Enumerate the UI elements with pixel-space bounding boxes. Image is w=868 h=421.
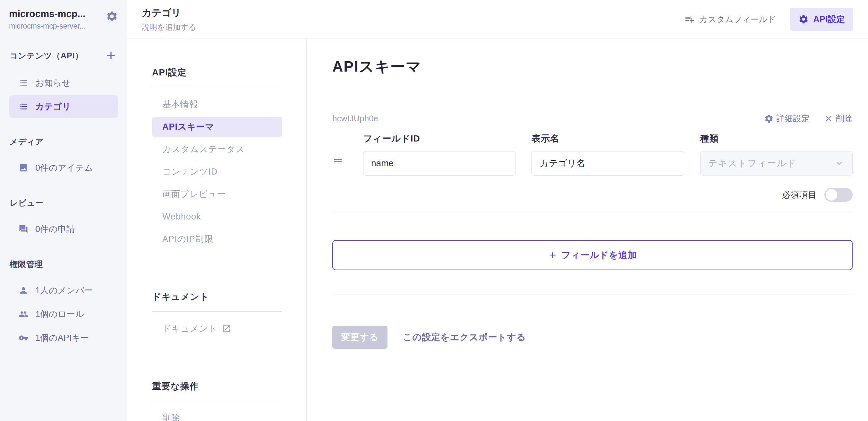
nav-item-webhook[interactable]: Webhook [152, 207, 282, 227]
nav-danger-list: 削除 [152, 408, 282, 421]
nav-item-screen-preview[interactable]: 画面プレビュー [152, 184, 282, 204]
divider [152, 311, 282, 311]
permission-label-row: 権限管理 [9, 259, 118, 270]
add-api-plus-icon[interactable] [104, 49, 117, 62]
field-type-select[interactable]: テキストフィールド [700, 151, 852, 176]
content-api-list: お知らせ カテゴリ [9, 71, 118, 118]
field-type-value: テキストフィールド [708, 157, 834, 170]
sidebar-item-label: 1個のAPIキー [35, 332, 89, 344]
topbar-title-block: カテゴリ 説明を追加する [142, 6, 196, 32]
divider [152, 401, 282, 401]
content-row: API設定 基本情報 APIスキーマ カスタムステータス コンテンツID 画面プ… [127, 39, 868, 421]
custom-field-button[interactable]: カスタムフィールド [684, 14, 776, 25]
nav-item-label: APIスキーマ [162, 121, 214, 132]
nav-item-documentation[interactable]: ドキュメント [152, 319, 282, 338]
required-row: 必須項目 [332, 188, 852, 202]
sidebar-item-label: カテゴリ [35, 101, 71, 112]
image-icon [19, 163, 28, 173]
nav-item-api-schema[interactable]: APIスキーマ [152, 117, 282, 137]
project-sidebar: microcms-mcp... microcms-mcp-server... コ… [0, 0, 127, 421]
nav-item-delete-api[interactable]: 削除 [152, 408, 282, 421]
list-icon [19, 102, 28, 111]
sidebar-item-category[interactable]: カテゴリ [9, 95, 118, 118]
chevron-down-icon [834, 158, 845, 169]
sidebar-item-review[interactable]: 0件の申請 [9, 218, 118, 240]
nav-item-content-id[interactable]: コンテンツID [152, 162, 282, 182]
review-list: 0件の申請 [9, 218, 118, 240]
divider [152, 87, 282, 87]
chat-icon [19, 224, 28, 234]
media-list: 0件のアイテム [9, 157, 118, 179]
field-type-column: 種類 テキストフィールド [700, 132, 852, 176]
nav-api-settings-block: API設定 基本情報 APIスキーマ カスタムステータス コンテンツID 画面プ… [152, 66, 282, 249]
people-icon [19, 309, 28, 319]
export-settings-link[interactable]: この設定をエクスポートする [403, 331, 526, 343]
topbar: カテゴリ 説明を追加する カスタムフィールド API設定 [127, 0, 868, 39]
sidebar-item-roles[interactable]: 1個のロール [9, 303, 118, 325]
custom-field-button-label: カスタムフィールド [699, 14, 776, 25]
nav-item-api-ip-restriction[interactable]: APIのIP制限 [152, 229, 282, 249]
nav-item-label: 基本情報 [162, 98, 198, 110]
sidebar-item-members[interactable]: 1人のメンバー [9, 279, 118, 302]
content-api-section: コンテンツ（API） お知らせ カテゴリ [9, 49, 118, 118]
main-title: APIスキーマ [332, 57, 852, 77]
settings-nav: API設定 基本情報 APIスキーマ カスタムステータス コンテンツID 画面プ… [127, 39, 307, 421]
api-settings-button[interactable]: API設定 [790, 8, 853, 31]
nav-item-label: ドキュメント [162, 323, 217, 334]
gear-icon [764, 114, 774, 124]
nav-api-settings-heading: API設定 [152, 66, 282, 79]
required-label: 必須項目 [782, 189, 817, 201]
nav-docs-heading: ドキュメント [152, 291, 282, 303]
key-icon [19, 333, 28, 343]
project-name: microcms-mcp... [9, 8, 86, 19]
nav-docs-block: ドキュメント ドキュメント [152, 291, 282, 338]
field-id-input[interactable] [363, 151, 516, 176]
sidebar-item-label: 0件の申請 [35, 223, 75, 235]
sidebar-item-news[interactable]: お知らせ [9, 71, 118, 94]
detail-settings-label: 詳細設定 [776, 113, 810, 124]
media-label-row: メディア [9, 137, 118, 147]
add-description-link[interactable]: 説明を追加する [142, 22, 196, 32]
review-label-row: レビュー [9, 198, 118, 208]
divider [332, 105, 852, 105]
sidebar-item-media[interactable]: 0件のアイテム [9, 157, 118, 179]
divider [332, 295, 852, 295]
page-title: カテゴリ [142, 6, 196, 20]
nav-item-label: カスタムステータス [162, 144, 245, 155]
divider [332, 212, 852, 212]
nav-item-label: 画面プレビュー [162, 188, 226, 200]
sidebar-item-label: 1個のロール [35, 308, 84, 320]
playlist-add-icon [684, 14, 695, 24]
external-link-icon [222, 324, 231, 333]
review-section: レビュー 0件の申請 [9, 198, 118, 240]
nav-docs-list: ドキュメント [152, 319, 282, 338]
project-settings-gear-icon[interactable] [106, 10, 118, 23]
permission-list: 1人のメンバー 1個のロール 1個のAPIキー [9, 279, 118, 349]
permission-section-label: 権限管理 [10, 259, 43, 270]
media-section-label: メディア [10, 137, 43, 147]
sidebar-item-api-keys[interactable]: 1個のAPIキー [9, 327, 118, 349]
nav-item-label: APIのIP制限 [162, 233, 213, 245]
project-subtitle: microcms-mcp-server... [9, 22, 86, 30]
delete-field-button[interactable]: 削除 [824, 113, 852, 124]
nav-item-label: Webhook [162, 212, 201, 222]
display-name-input[interactable] [531, 151, 684, 176]
nav-item-custom-status[interactable]: カスタムステータス [152, 139, 282, 159]
field-id-code: hcwIJUph0e [332, 114, 378, 124]
field-type-label: 種類 [700, 132, 852, 145]
close-icon [824, 114, 833, 124]
bottom-actions-row: 変更する この設定をエクスポートする [332, 326, 852, 349]
save-button[interactable]: 変更する [332, 326, 388, 349]
drag-handle-icon[interactable] [332, 155, 345, 166]
schema-field-row: フィールドID 表示名 種類 テキストフィールド [332, 132, 852, 176]
nav-item-basic-info[interactable]: 基本情報 [152, 94, 282, 114]
detail-settings-button[interactable]: 詳細設定 [764, 113, 810, 124]
nav-api-settings-list: 基本情報 APIスキーマ カスタムステータス コンテンツID 画面プレビュー W… [152, 94, 282, 249]
project-meta: microcms-mcp... microcms-mcp-server... [9, 8, 86, 30]
field-id-label: フィールドID [363, 132, 516, 145]
add-field-button[interactable]: フィールドを追加 [332, 240, 852, 270]
nav-item-label: 削除 [162, 412, 180, 421]
review-section-label: レビュー [10, 198, 43, 208]
required-toggle[interactable] [825, 188, 852, 202]
right-column: カテゴリ 説明を追加する カスタムフィールド API設定 API設定 基本情報 [127, 0, 868, 421]
